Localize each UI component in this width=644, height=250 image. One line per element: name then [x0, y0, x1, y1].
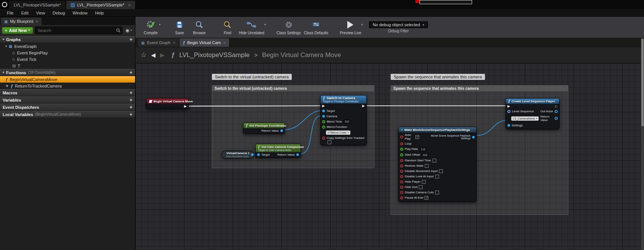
add-graph-button[interactable]: +: [129, 37, 132, 42]
output-pin[interactable]: [251, 153, 254, 156]
camera-pin[interactable]: [322, 115, 325, 118]
compile-button[interactable]: Compile: [141, 20, 161, 35]
blend-time-pin[interactable]: [322, 120, 325, 123]
output-pin[interactable]: [472, 136, 475, 139]
chevron-down-icon[interactable]: ▾: [159, 23, 161, 26]
target-pin[interactable]: [322, 110, 325, 112]
event-t-item[interactable]: ▤ T: [0, 62, 135, 69]
add-local-variable-button[interactable]: +: [129, 111, 132, 117]
hide-unrelated-button[interactable]: Hide Unrelated: [237, 20, 266, 35]
favorite-star-icon[interactable]: ☆: [141, 51, 146, 59]
event-beginplay-item[interactable]: ◇ Event BeginPlay: [0, 49, 135, 56]
eventgraph-item[interactable]: ▾ ▦ EventGraph: [0, 43, 135, 49]
window-tab-2[interactable]: LVL_PixotopeVSSample* ×: [66, 1, 135, 9]
vertical-scrollbar[interactable]: [641, 38, 644, 250]
target-pin[interactable]: [257, 153, 260, 156]
play-rate-pin[interactable]: [400, 148, 403, 151]
menu-view[interactable]: View: [32, 11, 49, 15]
return-value-pin[interactable]: [555, 117, 558, 120]
tab-begin-virtual-camera[interactable]: ƒ Begin Virtual Cam ×: [180, 38, 229, 47]
variables-section-header[interactable]: Variables +: [0, 96, 135, 104]
menu-debug[interactable]: Debug: [49, 11, 68, 15]
level-sequence-dropdown[interactable]: LS_CameraMove ▾: [511, 116, 539, 121]
menu-help[interactable]: Help: [91, 11, 108, 15]
hide-player-pin[interactable]: [400, 180, 403, 183]
breadcrumb-root[interactable]: LVL_PixotopeVSSample: [179, 51, 250, 59]
hide-player-checkbox[interactable]: [422, 180, 426, 184]
copy-settings-checkbox[interactable]: [328, 140, 331, 144]
close-icon[interactable]: ×: [128, 3, 130, 7]
pause-at-end-pin[interactable]: [400, 196, 403, 199]
exec-in-pin[interactable]: ▶: [322, 104, 325, 108]
start-offset-input[interactable]: 0.0: [421, 153, 428, 157]
collapse-arrow-icon[interactable]: ▾: [3, 38, 4, 41]
close-icon[interactable]: ×: [173, 40, 175, 45]
blend-function-pin[interactable]: [322, 126, 325, 129]
scrollbar-thumb[interactable]: [641, 39, 644, 126]
node-make-playback-settings[interactable]: » Make MovieSceneSequencePlaybackSetting…: [398, 127, 477, 202]
chevron-down-icon[interactable]: ▾: [361, 23, 363, 26]
node-get-pixotope-coordinator[interactable]: ƒ Get Pixotope Coordinator Return Value: [243, 123, 285, 134]
exec-in-pin[interactable]: ▶: [507, 105, 510, 108]
graphs-section-header[interactable]: ▾ Graphs +: [0, 36, 135, 43]
exec-out-pin[interactable]: ▷: [555, 105, 558, 108]
back-arrow-icon[interactable]: ◀: [151, 52, 156, 59]
class-defaults-button[interactable]: Class Defaults: [302, 20, 330, 35]
return-value-pin[interactable]: [280, 129, 283, 132]
view-options-button[interactable]: ◉ ▾: [124, 28, 134, 33]
browse-button[interactable]: Browse: [189, 20, 209, 35]
random-start-time-checkbox[interactable]: [433, 159, 436, 162]
out-actor-pin[interactable]: [555, 110, 558, 113]
node-switch-to-camera[interactable]: ƒ Switch to Camera Target is Pixotope Co…: [320, 95, 367, 145]
disable-look-at-input-checkbox[interactable]: [435, 175, 439, 178]
preview-live-button[interactable]: Preview Live: [338, 20, 363, 35]
graph-canvas[interactable]: Switch to the virtual (untracked) camera…: [135, 63, 644, 250]
close-icon[interactable]: ×: [223, 40, 226, 45]
exec-out-pin[interactable]: ▶: [184, 105, 187, 108]
collapse-arrow-icon[interactable]: ▾: [3, 71, 4, 74]
random-start-time-pin[interactable]: [400, 159, 403, 162]
copy-settings-pin[interactable]: [322, 137, 325, 140]
hide-hud-checkbox[interactable]: [419, 185, 423, 189]
class-settings-button[interactable]: Class Settings: [275, 20, 302, 35]
play-rate-input[interactable]: 1.0: [420, 147, 426, 151]
disable-movement-input-checkbox[interactable]: [439, 169, 443, 173]
find-button[interactable]: Find: [218, 20, 237, 35]
add-new-button[interactable]: + Add New ▾: [2, 27, 33, 34]
return-value-pin[interactable]: [296, 153, 299, 156]
function-beginvirtualcameramove-item[interactable]: ƒ BeginVirtualCameraMove: [0, 76, 135, 83]
exec-out-pin[interactable]: ▶: [362, 104, 365, 108]
disable-look-at-input-pin[interactable]: [400, 175, 403, 178]
menu-window[interactable]: Window: [69, 11, 91, 15]
disable-camera-cuts-checkbox[interactable]: [435, 191, 439, 194]
comment-bubble-1[interactable]: Switch to the virtual (untracked) camera: [212, 74, 292, 80]
macros-section-header[interactable]: Macros +: [0, 89, 135, 96]
tab-event-graph[interactable]: ▦ Event Graph ×: [138, 38, 179, 47]
add-event-dispatcher-button[interactable]: +: [129, 104, 132, 110]
my-blueprint-tab[interactable]: ▦ My Blueprint ×: [1, 18, 41, 25]
collapse-arrow-icon[interactable]: ▾: [5, 45, 7, 48]
window-tab-1[interactable]: LVL_PixotopeVSSample*: [9, 1, 65, 9]
node-get-cine-camera-component[interactable]: ƒ Get Cine Camera Component Target is Ci…: [255, 144, 301, 158]
restore-state-checkbox[interactable]: [425, 164, 429, 168]
restore-state-pin[interactable]: [400, 164, 403, 167]
local-variables-section-header[interactable]: Local Variables (BeginVirtualCameraMove)…: [0, 111, 135, 118]
add-macro-button[interactable]: +: [129, 90, 132, 96]
loop-pin[interactable]: [400, 142, 403, 145]
level-sequence-pin[interactable]: [507, 110, 510, 113]
debug-object-dropdown[interactable]: No debug object selected ▾: [369, 21, 428, 28]
functions-section-header[interactable]: ▾ Functions (18 Overridable) +: [0, 69, 135, 76]
auto-play-pin[interactable]: [400, 135, 403, 139]
start-offset-pin[interactable]: [400, 153, 403, 156]
function-returntotrackedcamera-item[interactable]: ★ ƒ ReturnToTrackedCamera: [0, 83, 135, 89]
disable-movement-input-pin[interactable]: [400, 170, 403, 173]
pause-at-end-checkbox[interactable]: ✓: [425, 196, 428, 200]
add-function-button[interactable]: +: [129, 70, 132, 75]
blend-time-input[interactable]: 0.0: [343, 119, 350, 124]
chevron-down-icon[interactable]: ▾: [264, 23, 266, 26]
event-tick-item[interactable]: ◇ Event Tick: [0, 56, 135, 62]
add-variable-button[interactable]: +: [129, 97, 132, 103]
hide-hud-pin[interactable]: [400, 186, 403, 189]
node-begin-virtual-camera-move[interactable]: ▦ Begin Virtual Camera Move ▶: [146, 98, 189, 109]
node-virtualcamera-variable[interactable]: VirtualCamera 1 From Persistent Level: [221, 151, 254, 159]
